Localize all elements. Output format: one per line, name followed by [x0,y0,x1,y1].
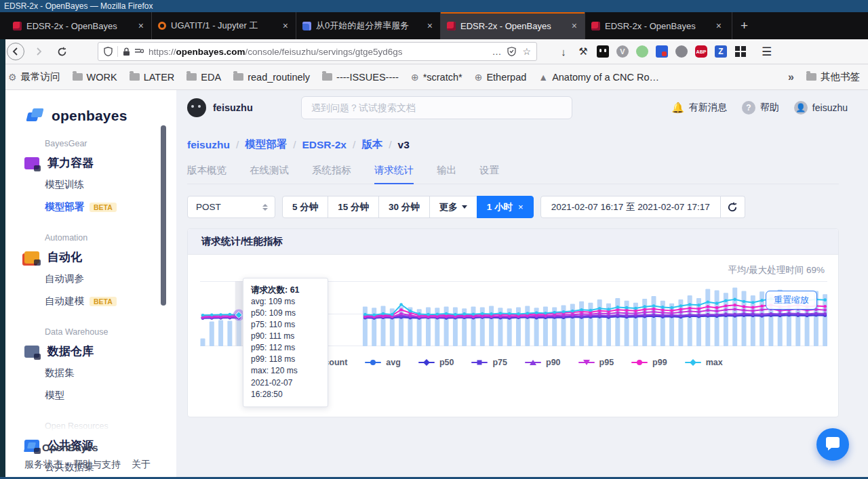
sidebar-section-title[interactable]: 数据仓库 [24,341,176,362]
breadcrumb-link[interactable]: 模型部署 [245,138,287,152]
tracking-shield-icon[interactable] [104,47,113,56]
back-button[interactable] [7,43,24,60]
user-name[interactable]: feisuzhu [213,102,253,113]
sidebar-item[interactable]: 模型 [45,384,176,407]
tab-close-icon[interactable]: × [426,20,434,31]
tooltip-title: 请求次数: 61 [251,285,320,296]
lock-icon[interactable] [123,47,130,56]
tab-close-icon[interactable]: × [570,20,578,31]
sidebar-section-title[interactable]: 自动化 [24,247,176,268]
refresh-button[interactable] [721,196,745,218]
tab-close-icon[interactable]: × [281,20,290,31]
tab-close-icon[interactable]: × [715,20,723,31]
date-range-group: 2021-02-07 16:17 至 2021-02-07 17:17 [540,196,745,218]
wrench-icon[interactable]: ⚒ [577,45,589,58]
bookmark-item[interactable]: ⚙最常访问 [8,70,60,83]
breadcrumb-link[interactable]: feisuzhu [187,139,230,151]
bookmark-item[interactable]: ⊕Etherpad [475,72,527,83]
browser-tab[interactable]: EDSR-2x - OpenBayes× [7,12,151,39]
method-select[interactable]: POST [187,196,275,218]
legend-marker-avg [365,358,381,367]
legend-item-p99[interactable]: p99 [631,358,667,367]
chat-widget-button[interactable] [816,428,849,461]
user-avatar[interactable] [187,98,206,117]
url-bar[interactable]: https://openbayes.com/console/feisuzhu/s… [98,42,537,61]
active-range-button[interactable]: 1 小时× [477,196,534,218]
bookmark-item[interactable]: ▲Anatomy of a CNC Ro… [538,72,659,83]
more-ranges-button[interactable]: 更多 [429,196,477,218]
forward-button[interactable] [30,43,47,60]
cookie-manager-icon[interactable] [597,45,609,58]
bookmark-item[interactable]: ⊕*scratch* [411,72,462,83]
privacy-lock-icon[interactable] [675,45,688,58]
green-dot-icon[interactable] [636,45,648,58]
browser-tab-label: EDSR-2x - OpenBayes [26,21,132,31]
v-extension-icon[interactable]: V [616,45,629,58]
range-button[interactable]: 5 分钟 [282,196,328,218]
breadcrumb-link[interactable]: EDSR-2x [302,139,347,151]
browser-tab[interactable]: EDSR-2x - OpenBayes× [440,12,585,39]
permissions-icon[interactable] [135,48,144,56]
new-tab-button[interactable]: + [732,12,756,39]
openbayes-logo[interactable]: openbayes [27,108,176,124]
legend-item-p75[interactable]: p75 [471,358,507,367]
breadcrumb-link[interactable]: 版本 [361,138,382,152]
legend-item-p50[interactable]: p50 [418,358,454,367]
legend-item-max[interactable]: max [685,358,723,367]
reload-button[interactable] [53,43,71,60]
menu-icon[interactable]: ☰ [762,45,772,59]
tab-版本概览[interactable]: 版本概览 [187,164,226,184]
bookmark-item[interactable]: ----ISSUES---- [322,72,399,83]
legend-item-p95[interactable]: p95 [578,358,614,367]
bookmark-item[interactable]: read_routinely [233,72,310,83]
tab-close-icon[interactable]: × [137,20,145,31]
footer-link[interactable]: 关于 [132,459,151,471]
window-titlebar[interactable]: EDSR-2x - OpenBayes — Mozilla Firefox [0,0,868,12]
remove-range-icon[interactable]: × [518,202,524,212]
legend-item-avg[interactable]: avg [365,358,401,367]
password-manager-icon[interactable] [656,45,668,58]
browser-tab[interactable]: UGATIT/1 - Jupyter 工× [151,12,296,39]
sidebar-item[interactable]: 自动建模BETA [45,290,176,312]
help-item[interactable]: ? 帮助 [742,101,779,114]
browser-tab[interactable]: 从0开始的超分辨率服务× [296,12,440,39]
automation-cube-icon [24,251,39,264]
sidebar-item[interactable]: 自动调参 [45,268,176,290]
legend-item-p90[interactable]: p90 [525,358,561,367]
tab-输出[interactable]: 输出 [437,164,456,184]
range-button[interactable]: 15 分钟 [328,196,379,218]
bookmarks-overflow-icon[interactable]: » [788,71,794,83]
pocket-shield-icon[interactable] [507,47,516,56]
bookmark-item[interactable]: WORK [73,72,117,83]
bookmark-item[interactable]: EDA [186,72,221,83]
page-actions-icon[interactable]: … [492,46,501,57]
adblock-icon[interactable]: ABP [695,45,707,58]
globe-icon: ⊕ [475,72,483,82]
zotero-icon[interactable]: Z [715,45,727,58]
tab-系统指标[interactable]: 系统指标 [312,164,351,184]
download-icon[interactable]: ↓ [557,45,570,58]
sidebar-item[interactable]: 模型部署BETA [45,196,176,218]
tab-在线测试[interactable]: 在线测试 [250,164,289,184]
legend-marker-max [685,358,701,367]
other-bookmarks[interactable]: 其他书签 [806,70,860,83]
range-button[interactable]: 30 分钟 [378,196,430,218]
date-range-input[interactable]: 2021-02-07 16:17 至 2021-02-07 17:17 [540,196,721,218]
search-input[interactable] [301,96,572,119]
bookmark-item[interactable]: LATER [130,72,175,83]
url-text[interactable]: https://openbayes.com/console/feisuzhu/s… [149,47,487,57]
footer-link[interactable]: 帮助与支持 [73,459,121,471]
tab-设置[interactable]: 设置 [479,164,499,184]
account-item[interactable]: 👤 feisuzhu [794,101,848,114]
sidebar-scrollbar-thumb[interactable] [161,125,166,306]
notifications-item[interactable]: 🔔 有新消息 [671,102,727,114]
browser-tab[interactable]: EDSR-2x - OpenBayes× [585,12,729,39]
sidebar-section-title[interactable]: 算力容器 [24,152,176,173]
sidebar-item[interactable]: 数据集 [45,362,176,384]
footer-link[interactable]: 服务状态 [24,459,62,471]
tile-tabs-icon[interactable] [734,45,747,58]
tab-请求统计[interactable]: 请求统计 [374,164,414,184]
reset-zoom-button[interactable]: 重置缩放 [766,291,817,310]
bookmark-star-icon[interactable]: ☆ [522,46,531,57]
sidebar-item[interactable]: 模型训练 [45,173,176,196]
